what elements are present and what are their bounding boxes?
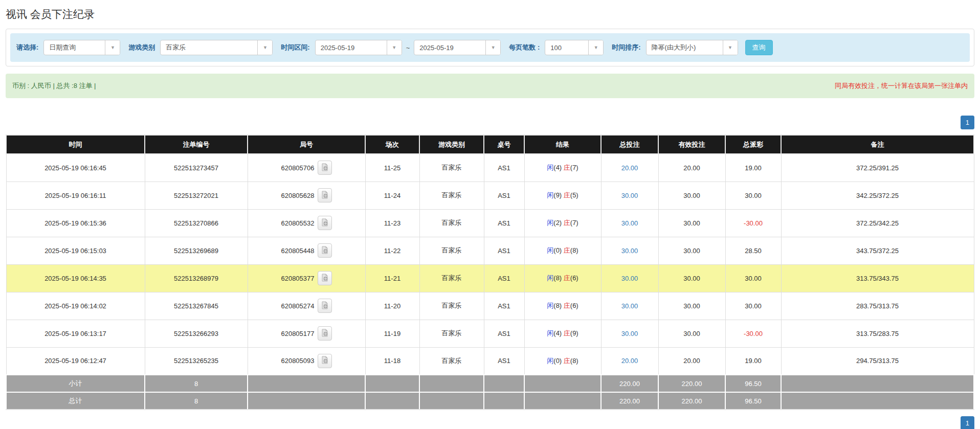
result-player-value: (4) — [553, 329, 562, 337]
date-from-select[interactable]: 2025-05-19 ▼ — [315, 40, 402, 55]
date-from-value: 2025-05-19 — [316, 40, 387, 55]
cell-remark: 313.75/343.75 — [781, 264, 974, 292]
cell-time: 2025-05-19 06:14:02 — [6, 292, 145, 320]
cell-remark: 313.75/283.75 — [781, 320, 974, 347]
total-bet-link[interactable]: 30.00 — [621, 219, 638, 227]
chevron-down-icon[interactable]: ▼ — [105, 40, 120, 55]
cell-total-bet: 30.00 — [601, 182, 658, 209]
total-bet-link[interactable]: 30.00 — [621, 192, 638, 199]
total-bet-link[interactable]: 20.00 — [621, 357, 638, 365]
table-row: 2025-05-19 06:14:35 522513268979 6208053… — [6, 264, 974, 292]
result-banker-label: 庄 — [564, 274, 570, 282]
cell-payout: 30.00 — [725, 292, 781, 320]
col-header-game-type: 游戏类别 — [419, 135, 484, 154]
result-player-label: 闲 — [547, 246, 553, 254]
total-bet-link[interactable]: 30.00 — [621, 247, 638, 255]
total-bet-link[interactable]: 30.00 — [621, 275, 638, 282]
cell-bet-no: 522513270866 — [145, 209, 248, 237]
table-row: 2025-05-19 06:14:02 522513267845 6208052… — [6, 292, 974, 320]
cell-total-bet: 20.00 — [601, 347, 658, 375]
cell-bet-no: 522513273457 — [145, 154, 248, 182]
col-header-remark: 备注 — [781, 135, 974, 154]
sort-order-select[interactable]: 降幂(由大到小) ▼ — [646, 40, 738, 55]
video-replay-icon-button[interactable] — [318, 243, 332, 258]
pagination-top: 1 — [6, 116, 974, 129]
video-replay-icon-button[interactable] — [318, 354, 332, 368]
col-header-session: 场次 — [365, 135, 419, 154]
bet-records-table: 时间 注单编号 局号 场次 游戏类别 桌号 结果 总投注 有效投注 总派彩 备注… — [6, 134, 974, 410]
cell-round-no: 620805628 — [248, 182, 365, 209]
result-player-label: 闲 — [547, 164, 553, 171]
cell-round-no: 620805093 — [248, 347, 365, 375]
col-header-total-bet: 总投注 — [601, 135, 658, 154]
result-player-label: 闲 — [547, 274, 553, 282]
grand-total-payout: 96.50 — [725, 392, 781, 410]
cell-payout: -30.00 — [725, 209, 781, 237]
page-1-button[interactable]: 1 — [961, 116, 974, 129]
chevron-down-icon[interactable]: ▼ — [588, 40, 603, 55]
summary-warning-note: 同局有效投注，统一计算在该局第一张注单内 — [835, 81, 968, 91]
chevron-down-icon[interactable]: ▼ — [723, 40, 738, 55]
cell-payout: 19.00 — [725, 347, 781, 375]
total-bet-link[interactable]: 20.00 — [621, 164, 638, 172]
result-banker-label: 庄 — [564, 357, 570, 365]
date-range-label: 时间区间: — [281, 43, 309, 52]
page-title: 视讯 会员下注纪录 — [6, 7, 974, 21]
per-page-select[interactable]: 100 ▼ — [545, 40, 604, 55]
result-banker-label: 庄 — [564, 302, 570, 309]
game-type-select[interactable]: 百家乐 ▼ — [160, 40, 273, 55]
cell-remark: 342.25/372.25 — [781, 182, 974, 209]
result-banker-value: (6) — [570, 274, 578, 282]
cell-total-bet: 30.00 — [601, 209, 658, 237]
result-banker-label: 庄 — [564, 219, 570, 227]
col-header-table-no: 桌号 — [484, 135, 524, 154]
round-no-text: 620805532 — [281, 219, 314, 227]
search-button[interactable]: 查询 — [745, 40, 773, 55]
cell-table-no: AS1 — [484, 347, 524, 375]
result-banker-value: (7) — [570, 219, 578, 227]
round-no-text: 620805377 — [281, 275, 314, 282]
result-player-label: 闲 — [547, 302, 553, 309]
cell-valid-bet: 20.00 — [658, 154, 725, 182]
cell-valid-bet: 30.00 — [658, 209, 725, 237]
cell-session: 11-24 — [365, 182, 419, 209]
result-banker-label: 庄 — [564, 246, 570, 254]
cell-valid-bet: 30.00 — [658, 292, 725, 320]
range-separator: ~ — [406, 44, 410, 52]
result-banker-value: (5) — [570, 191, 578, 199]
cell-total-bet: 30.00 — [601, 237, 658, 264]
chevron-down-icon[interactable]: ▼ — [485, 40, 500, 55]
cell-bet-no: 522513268979 — [145, 264, 248, 292]
total-bet-link[interactable]: 30.00 — [621, 302, 638, 310]
cell-table-no: AS1 — [484, 154, 524, 182]
query-type-select[interactable]: 日期查询 ▼ — [43, 40, 120, 55]
video-replay-icon-button[interactable] — [318, 188, 332, 202]
cell-total-bet: 30.00 — [601, 292, 658, 320]
cell-payout: 28.50 — [725, 237, 781, 264]
cell-result: 闲(2) 庄(7) — [524, 209, 601, 237]
cell-table-no: AS1 — [484, 292, 524, 320]
chevron-down-icon[interactable]: ▼ — [257, 40, 272, 55]
subtotal-count: 8 — [145, 375, 248, 392]
cell-game-type: 百家乐 — [419, 154, 484, 182]
video-replay-icon-button[interactable] — [318, 326, 332, 341]
round-no-text: 620805093 — [281, 357, 314, 365]
cell-round-no: 620805377 — [248, 264, 365, 292]
date-to-select[interactable]: 2025-05-19 ▼ — [414, 40, 501, 55]
subtotal-valid-bet: 220.00 — [658, 375, 725, 392]
total-bet-link[interactable]: 30.00 — [621, 330, 638, 337]
cell-table-no: AS1 — [484, 264, 524, 292]
cell-game-type: 百家乐 — [419, 209, 484, 237]
col-header-time: 时间 — [6, 135, 145, 154]
result-player-value: (8) — [553, 274, 562, 282]
page-1-button[interactable]: 1 — [961, 416, 974, 429]
chevron-down-icon[interactable]: ▼ — [387, 40, 402, 55]
cell-result: 闲(8) 庄(6) — [524, 264, 601, 292]
cell-round-no: 620805448 — [248, 237, 365, 264]
subtotal-payout: 96.50 — [725, 375, 781, 392]
video-replay-icon-button[interactable] — [318, 299, 332, 313]
video-replay-icon-button[interactable] — [318, 271, 332, 285]
cell-bet-no: 522513269689 — [145, 237, 248, 264]
video-replay-icon-button[interactable] — [318, 161, 332, 175]
video-replay-icon-button[interactable] — [318, 216, 332, 230]
